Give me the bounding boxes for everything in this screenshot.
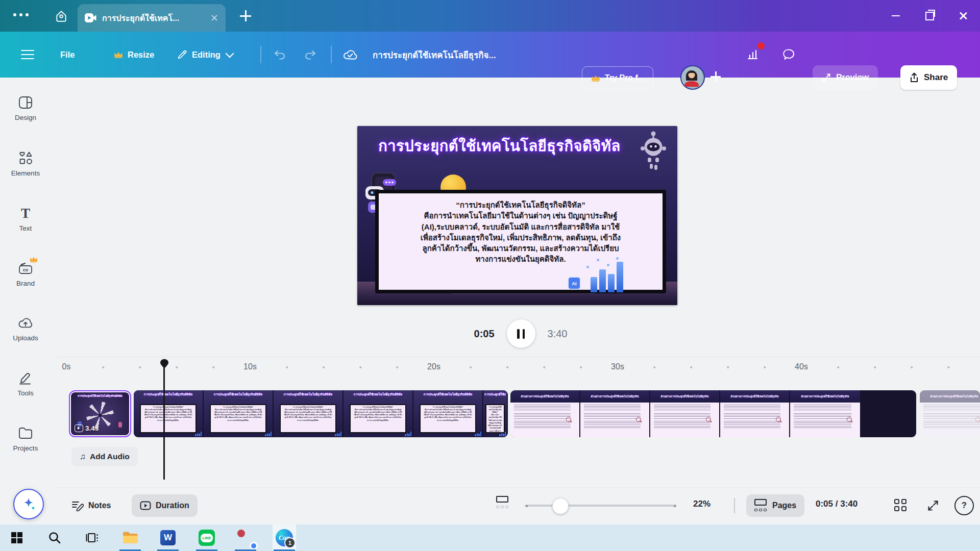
mini-slide-box: “การประยุกต์ใช้เทคโนโลยีธุรกิจดิจิทัล” ค…: [210, 404, 266, 433]
word-button[interactable]: W: [156, 524, 180, 551]
share-button[interactable]: Share: [900, 65, 957, 90]
clip-next-faded[interactable]: ตัวอย่างการประยุกต์ใช้เทคโนโลยีธุรกิจ: [920, 390, 980, 437]
resize-button[interactable]: Resize: [113, 32, 154, 78]
timeline-segment[interactable]: ตัวอย่างการประยุกต์ใช้เทคโนโลยีธุรกิจ: [920, 390, 980, 437]
ruler-tick: [874, 366, 876, 368]
clip-3[interactable]: ตัวอย่างการประยุกต์ใช้เทคโนโลยีธุรกิจ ตั…: [510, 390, 916, 437]
insights-button[interactable]: [741, 43, 764, 66]
mini-chart-graphic: [335, 432, 341, 436]
current-time: 0:05: [474, 328, 495, 340]
ruler-tick: [212, 366, 214, 368]
close-icon[interactable]: [946, 0, 980, 32]
comments-button[interactable]: [778, 43, 800, 66]
avatar[interactable]: [680, 65, 705, 90]
timeline-clip-intro[interactable]: การประยุกต์ใช้เทคโนโลยีธุรกิจดิจิทัล 3.4…: [69, 390, 131, 437]
start-button[interactable]: [5, 524, 29, 551]
mini-slide-title: การประยุกต์ใช้เทคโนโลยีธุรกิจดิจิทัล: [484, 392, 506, 397]
toolbar-divider: [331, 46, 332, 63]
clip-thumb-title: การประยุกต์ใช้เทคโนโลยีธุรกิจดิจิทัล: [71, 394, 129, 398]
new-tab-icon[interactable]: [240, 10, 251, 21]
help-button[interactable]: ?: [954, 496, 974, 515]
playhead-handle[interactable]: [160, 359, 169, 369]
timeline-segment[interactable]: ตัวอย่างการประยุกต์ใช้เทคโนโลยีธุรกิจ: [510, 390, 580, 437]
timeline-segment[interactable]: ตัวอย่างการประยุกต์ใช้เทคโนโลยีธุรกิจ: [650, 390, 720, 437]
clip-2[interactable]: การประยุกต์ใช้เทคโนโลยีธุรกิจดิจิทัล “กา…: [134, 390, 508, 437]
crown-icon: [113, 51, 124, 59]
timeline-segment[interactable]: การประยุกต์ใช้เทคโนโลยีธุรกิจดิจิทัล “กา…: [344, 390, 413, 437]
hamburger-menu-icon[interactable]: [17, 32, 38, 78]
robot-mascot-icon: [638, 130, 669, 172]
add-member-icon[interactable]: [710, 71, 721, 82]
duration-button[interactable]: Duration: [132, 494, 198, 517]
play-icon: [75, 424, 83, 432]
timeline-segment[interactable]: การประยุกต์ใช้เทคโนโลยีธุรกิจดิจิทัล “กา…: [204, 390, 274, 437]
redo-icon[interactable]: [299, 43, 322, 66]
zoom-slider-handle[interactable]: [552, 498, 569, 514]
task-view-icon: [86, 532, 99, 544]
canvas-slide[interactable]: การประยุกต์ใช้เทคโนโลยีธุรกิจดิจิทัล “กา…: [357, 126, 677, 305]
undo-icon[interactable]: [268, 43, 291, 66]
file-explorer-button[interactable]: [118, 524, 142, 551]
timeline-segment[interactable]: การประยุกต์ใช้เทคโนโลยีธุรกิจดิจิทัล “กา…: [483, 390, 507, 437]
task-view-button[interactable]: [81, 524, 104, 551]
sidebar-item-elements[interactable]: Elements: [0, 151, 51, 177]
browser-menu-icon[interactable]: [13, 13, 29, 16]
sidebar-item-design[interactable]: Design: [0, 95, 51, 121]
editor-toolbar: File Resize Editing การประยุกต์ใช้เทคโนโ…: [0, 32, 980, 78]
grid-view-button[interactable]: [894, 499, 906, 511]
chrome-button[interactable]: [234, 524, 257, 551]
add-audio-button[interactable]: ♫ Add Audio: [71, 447, 138, 466]
minimize-icon[interactable]: [879, 0, 913, 32]
time-display: 0:05 / 3:40: [816, 499, 857, 509]
window-controls: [879, 0, 980, 32]
preview-button[interactable]: Preview: [813, 65, 878, 90]
sidebar-item-projects[interactable]: Projects: [0, 425, 51, 452]
zoom-slider[interactable]: [525, 494, 677, 517]
fullscreen-button[interactable]: [927, 499, 939, 512]
timeline-segment[interactable]: การประยุกต์ใช้เทคโนโลยีธุรกิจดิจิทัล “กา…: [134, 390, 204, 437]
document-title[interactable]: การประยุกต์ใช้เทคโนโลยีธุรกิจ...: [373, 32, 496, 78]
tab-close-icon[interactable]: [210, 14, 218, 22]
home-button[interactable]: [50, 6, 72, 27]
timeline-segment[interactable]: การประยุกต์ใช้เทคโนโลยีธุรกิจดิจิทัล “กา…: [413, 390, 483, 437]
pages-button[interactable]: Pages: [746, 494, 804, 517]
cloud-saved-icon[interactable]: [339, 43, 361, 66]
line-app-button[interactable]: LINE: [195, 524, 218, 551]
magnifier-graphic: [636, 417, 641, 422]
notes-button[interactable]: Notes: [71, 496, 111, 515]
mini-chart-graphic: [499, 432, 506, 436]
ruler-tick: [727, 366, 729, 368]
bottom-bar-separator: [56, 487, 980, 488]
mini-slide-body: “การประยุกต์ใช้เทคโนโลยีธุรกิจดิจิทัล” ค…: [212, 406, 264, 422]
canva-assistant-button[interactable]: [13, 489, 44, 519]
sidebar-item-text[interactable]: T Text: [0, 206, 51, 232]
timeline-segment[interactable]: ตัวอย่างการประยุกต์ใช้เทคโนโลยีธุรกิจ: [580, 390, 650, 437]
timeline-view-toggle[interactable]: [496, 496, 509, 509]
zoom-percentage[interactable]: 22%: [693, 499, 710, 509]
restore-icon[interactable]: [913, 0, 946, 32]
sidebar-item-brand[interactable]: co Brand: [0, 261, 51, 287]
search-button[interactable]: [43, 524, 66, 551]
text-icon: T: [18, 206, 33, 221]
editing-mode-dropdown[interactable]: Editing: [177, 32, 233, 78]
magnifier-graphic: [706, 417, 711, 422]
timeline-view-icon: [496, 496, 509, 509]
timeline-segment[interactable]: ตัวอย่างการประยุกต์ใช้เทคโนโลยีธุรกิจ: [720, 390, 790, 437]
crown-icon: [591, 74, 601, 82]
try-pro-button[interactable]: Try Pro f...: [582, 66, 653, 90]
zoom-slider-track[interactable]: [525, 505, 677, 507]
canva-app-button[interactable]: Can 1: [273, 524, 296, 551]
mini-slide-body: “การประยุกต์ใช้เทคโนโลยีธุรกิจดิจิทัล” ค…: [282, 406, 334, 422]
total-time: 3:40: [548, 328, 568, 340]
slide-title[interactable]: การประยุกต์ใช้เทคโนโลยีธุรกิจดิจิทัล: [357, 134, 642, 158]
document-tab[interactable]: การประยุกต์ใช้เทคโ...: [78, 4, 226, 32]
pause-button[interactable]: [507, 319, 535, 348]
file-menu[interactable]: File: [60, 32, 75, 78]
brand-icon: co: [18, 261, 33, 276]
timeline-segment[interactable]: การประยุกต์ใช้เทคโนโลยีธุรกิจดิจิทัล “กา…: [274, 390, 344, 437]
ruler-label: 10s: [243, 362, 257, 371]
magnifier-graphic: [566, 417, 571, 422]
timeline-segment[interactable]: ตัวอย่างการประยุกต์ใช้เทคโนโลยีธุรกิจ: [790, 390, 860, 437]
timeline-ruler[interactable]: 0s10s20s30s40s: [0, 358, 980, 382]
sidebar-item-uploads[interactable]: Uploads: [0, 315, 51, 342]
